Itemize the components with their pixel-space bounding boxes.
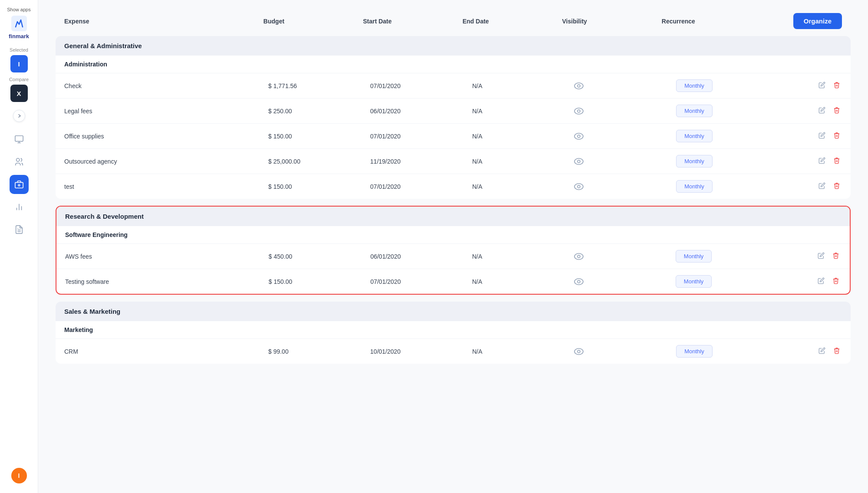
expense-recurrence: Monthly xyxy=(676,345,799,358)
edit-button[interactable] xyxy=(817,155,827,167)
col-expense: Expense xyxy=(64,18,264,25)
nav-document-button[interactable] xyxy=(10,220,29,239)
expense-end-date: N/A xyxy=(472,108,574,115)
col-start-date: Start Date xyxy=(363,18,462,25)
svg-point-18 xyxy=(578,255,580,258)
delete-button[interactable] xyxy=(832,345,842,357)
expense-name: test xyxy=(64,183,268,190)
nav-finance-button[interactable] xyxy=(10,175,29,194)
section-sales-marketing: Sales & Marketing Marketing CRM $ 99.00 … xyxy=(56,302,851,364)
expense-name: AWS fees xyxy=(65,253,269,260)
subsection-marketing-header: Marketing xyxy=(56,321,851,339)
delete-button[interactable] xyxy=(832,105,842,117)
selected-section: Selected I xyxy=(0,47,38,72)
monitor-icon xyxy=(14,135,24,144)
expense-budget: $ 450.00 xyxy=(269,253,370,260)
svg-point-13 xyxy=(574,158,583,164)
expense-name: Outsourced agency xyxy=(64,158,268,165)
expense-start-date: 07/01/2020 xyxy=(370,82,472,89)
svg-rect-1 xyxy=(15,136,23,141)
expense-start-date: 07/01/2020 xyxy=(370,278,472,285)
svg-point-8 xyxy=(578,85,580,87)
col-visibility: Visibility xyxy=(562,18,662,25)
selected-avatar[interactable]: I xyxy=(10,55,28,72)
delete-button[interactable] xyxy=(831,276,841,287)
delete-button[interactable] xyxy=(832,155,842,167)
row-actions xyxy=(799,181,842,192)
table-row: Testing software $ 150.00 07/01/2020 N/A… xyxy=(56,269,850,294)
visibility-icon xyxy=(574,253,676,260)
expense-end-date: N/A xyxy=(472,133,574,140)
section-research-dev: Research & Development Software Engineer… xyxy=(56,206,851,295)
row-actions xyxy=(799,345,842,357)
visibility-icon xyxy=(574,133,676,140)
edit-button[interactable] xyxy=(817,80,827,92)
edit-button[interactable] xyxy=(817,345,827,357)
nav-chart-button[interactable] xyxy=(10,197,29,217)
expense-end-date: N/A xyxy=(472,158,574,165)
compare-section: Compare X xyxy=(0,77,38,102)
expense-recurrence: Monthly xyxy=(676,130,799,142)
expense-budget: $ 150.00 xyxy=(268,133,370,140)
edit-button[interactable] xyxy=(817,181,827,192)
expense-start-date: 11/19/2020 xyxy=(370,158,472,165)
section-sales-marketing-header: Sales & Marketing xyxy=(56,302,851,321)
edit-button[interactable] xyxy=(816,276,826,287)
edit-button[interactable] xyxy=(817,105,827,117)
compare-avatar[interactable]: X xyxy=(10,85,28,102)
svg-point-9 xyxy=(574,108,583,114)
col-end-date: End Date xyxy=(462,18,562,25)
expense-budget: $ 250.00 xyxy=(268,108,370,115)
collapse-button[interactable] xyxy=(13,110,25,122)
main-content: Expense Budget Start Date End Date Visib… xyxy=(38,0,868,493)
user-avatar[interactable]: I xyxy=(11,468,27,483)
people-icon xyxy=(14,157,24,167)
svg-point-11 xyxy=(574,133,583,139)
finance-icon xyxy=(14,180,24,189)
svg-point-12 xyxy=(578,135,580,138)
expense-start-date: 07/01/2020 xyxy=(370,183,472,190)
svg-point-10 xyxy=(578,110,580,112)
svg-point-17 xyxy=(574,253,583,260)
selected-label: Selected xyxy=(10,47,28,53)
delete-button[interactable] xyxy=(832,181,842,192)
edit-button[interactable] xyxy=(816,250,826,262)
expense-start-date: 06/01/2020 xyxy=(370,253,472,260)
nav-monitor-button[interactable] xyxy=(10,130,29,149)
col-budget: Budget xyxy=(264,18,363,25)
expense-budget: $ 99.00 xyxy=(268,348,370,355)
expense-budget: $ 1,771.56 xyxy=(268,82,370,89)
table-header: Expense Budget Start Date End Date Visib… xyxy=(56,13,851,36)
expense-recurrence: Monthly xyxy=(676,105,799,117)
finmark-logo-icon xyxy=(11,16,27,31)
delete-button[interactable] xyxy=(831,250,841,262)
organize-button[interactable]: Organize xyxy=(793,13,842,29)
table-row: Office supplies $ 150.00 07/01/2020 N/A … xyxy=(56,123,851,148)
row-actions xyxy=(799,155,842,167)
document-icon xyxy=(14,225,24,234)
svg-point-16 xyxy=(578,185,580,188)
visibility-icon xyxy=(574,348,676,355)
row-actions xyxy=(799,80,842,92)
show-apps-button[interactable]: Show apps xyxy=(4,5,33,14)
col-recurrence: Recurrence xyxy=(662,18,781,25)
delete-button[interactable] xyxy=(832,130,842,142)
expense-end-date: N/A xyxy=(472,348,574,355)
expense-end-date: N/A xyxy=(472,278,574,285)
expense-name: CRM xyxy=(64,348,268,355)
nav-people-button[interactable] xyxy=(10,152,29,171)
svg-point-7 xyxy=(574,83,583,89)
section-general-admin: General & Administrative Administration … xyxy=(56,36,851,199)
expense-start-date: 06/01/2020 xyxy=(370,108,472,115)
svg-point-21 xyxy=(574,348,583,355)
edit-button[interactable] xyxy=(817,130,827,142)
visibility-icon xyxy=(574,158,676,165)
svg-point-4 xyxy=(18,184,20,186)
expense-end-date: N/A xyxy=(472,82,574,89)
expense-recurrence: Monthly xyxy=(676,180,799,193)
svg-point-20 xyxy=(578,280,580,283)
expense-recurrence: Monthly xyxy=(676,155,799,168)
delete-button[interactable] xyxy=(832,80,842,92)
svg-point-22 xyxy=(578,350,580,353)
compare-label: Compare xyxy=(9,77,29,82)
